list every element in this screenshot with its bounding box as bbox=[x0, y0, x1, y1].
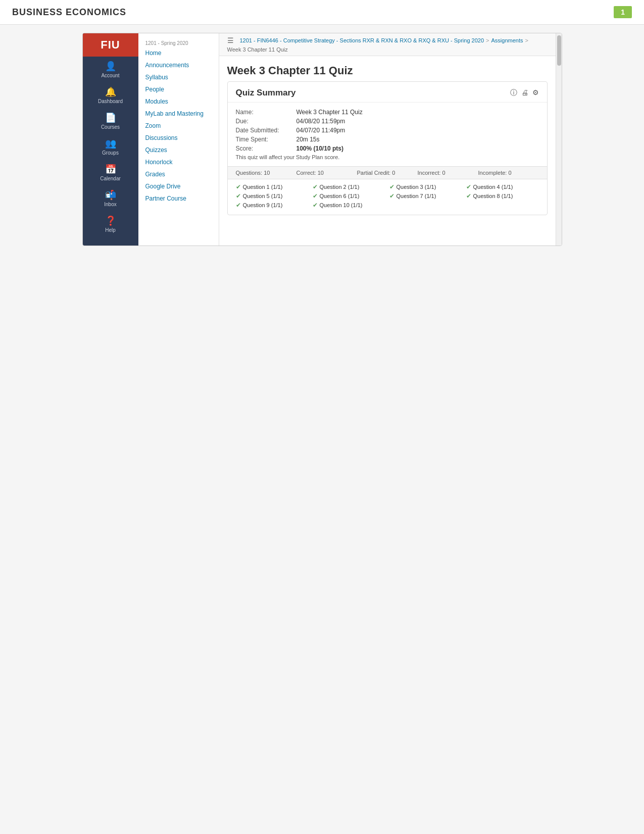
question-item-1: ✔ Question 1 (1/1) bbox=[236, 183, 309, 190]
sidebar-label-groups: Groups bbox=[102, 150, 119, 156]
check-icon-6: ✔ bbox=[313, 192, 318, 200]
stat-incorrect: Incorrect: 0 bbox=[418, 170, 478, 176]
time-value: 20m 15s bbox=[296, 136, 320, 143]
account-icon: 👤 bbox=[105, 61, 116, 72]
nav-partnercourse[interactable]: Partner Course bbox=[138, 192, 219, 205]
breadcrumb-sep2: > bbox=[525, 37, 528, 43]
question-label-2[interactable]: Question 2 (1/1) bbox=[320, 184, 360, 190]
hamburger-icon[interactable]: ☰ bbox=[227, 36, 234, 44]
question-label-4[interactable]: Question 4 (1/1) bbox=[473, 184, 513, 190]
detail-due: Due: 04/08/20 11:59pm bbox=[236, 118, 539, 125]
breadcrumb-current: Week 3 Chapter 11 Quiz bbox=[227, 46, 288, 53]
quiz-summary-box: Quiz Summary ⓘ 🖨 ⚙ Name: Week 3 Ch bbox=[227, 81, 548, 215]
question-item-7: ✔ Question 7 (1/1) bbox=[389, 192, 462, 200]
sidebar-item-calendar[interactable]: 📅 Calendar bbox=[83, 160, 138, 185]
question-label-8[interactable]: Question 8 (1/1) bbox=[473, 193, 513, 199]
breadcrumb: ☰ 1201 - FIN6446 - Competitive Strategy … bbox=[219, 33, 556, 56]
notification-badge: 1 bbox=[614, 6, 632, 18]
dashboard-icon: 🔔 bbox=[105, 86, 116, 97]
nav-grades[interactable]: Grades bbox=[138, 168, 219, 180]
question-item-10: ✔ Question 10 (1/1) bbox=[313, 202, 385, 209]
question-label-5[interactable]: Question 5 (1/1) bbox=[243, 193, 283, 199]
question-item-6: ✔ Question 6 (1/1) bbox=[313, 192, 385, 200]
question-item-4: ✔ Question 4 (1/1) bbox=[466, 183, 539, 190]
detail-score: Score: 100% (10/10 pts) bbox=[236, 145, 539, 152]
nav-quizzes[interactable]: Quizzes bbox=[138, 144, 219, 156]
question-item-2: ✔ Question 2 (1/1) bbox=[313, 183, 385, 190]
question-label-6[interactable]: Question 6 (1/1) bbox=[320, 193, 360, 199]
question-label-9[interactable]: Question 9 (1/1) bbox=[243, 202, 283, 208]
stat-incomplete: Incomplete: 0 bbox=[478, 170, 539, 176]
study-plan-note: This quiz will affect your Study Plan sc… bbox=[236, 154, 539, 160]
sidebar-label-courses: Courses bbox=[101, 124, 120, 130]
page-title-main: BUSINESS ECONOMICS bbox=[12, 7, 126, 18]
sidebar-label-inbox: Inbox bbox=[104, 202, 116, 207]
nav-announcements[interactable]: Announcements bbox=[138, 59, 219, 71]
sidebar-item-dashboard[interactable]: 🔔 Dashboard bbox=[83, 82, 138, 108]
print-icon[interactable]: 🖨 bbox=[521, 88, 528, 97]
name-label: Name: bbox=[236, 109, 296, 116]
nav-syllabus[interactable]: Syllabus bbox=[138, 71, 219, 83]
score-label: Score: bbox=[236, 145, 296, 152]
settings-icon[interactable]: ⚙ bbox=[532, 88, 539, 97]
question-label-1[interactable]: Question 1 (1/1) bbox=[243, 184, 283, 190]
stat-correct: Correct: 10 bbox=[296, 170, 357, 176]
question-item-9: ✔ Question 9 (1/1) bbox=[236, 202, 309, 209]
questions-body: ✔ Question 1 (1/1) ✔ Question 2 (1/1) ✔ … bbox=[228, 179, 547, 215]
nav-honorlock[interactable]: Honorlock bbox=[138, 156, 219, 168]
question-label-3[interactable]: Question 3 (1/1) bbox=[397, 184, 436, 190]
quiz-page-title: Week 3 Chapter 11 Quiz bbox=[219, 56, 556, 81]
question-label-10[interactable]: Question 10 (1/1) bbox=[320, 202, 363, 208]
quiz-summary-title: Quiz Summary bbox=[236, 88, 296, 98]
sidebar-item-groups[interactable]: 👥 Groups bbox=[83, 134, 138, 160]
breadcrumb-course[interactable]: 1201 - FIN6446 - Competitive Strategy - … bbox=[240, 37, 484, 43]
scrollbar-thumb[interactable] bbox=[557, 35, 561, 66]
nav-zoom[interactable]: Zoom bbox=[138, 120, 219, 132]
nav-discussions[interactable]: Discussions bbox=[138, 132, 219, 144]
course-label: 1201 - Spring 2020 bbox=[138, 37, 219, 47]
check-icon-5: ✔ bbox=[236, 192, 241, 200]
nav-people[interactable]: People bbox=[138, 83, 219, 95]
sidebar: FIU 👤 Account 🔔 Dashboard 📄 Courses 👥 Gr… bbox=[83, 33, 138, 246]
due-label: Due: bbox=[236, 118, 296, 125]
submitted-label: Date Submitted: bbox=[236, 127, 296, 134]
content-area: 1201 - Spring 2020 Home Announcements Sy… bbox=[138, 33, 562, 246]
score-value: 100% (10/10 pts) bbox=[296, 145, 343, 152]
submitted-value: 04/07/20 11:49pm bbox=[296, 127, 345, 134]
inbox-icon: 📬 bbox=[105, 189, 116, 201]
detail-submitted: Date Submitted: 04/07/20 11:49pm bbox=[236, 127, 539, 134]
question-label-7[interactable]: Question 7 (1/1) bbox=[397, 193, 436, 199]
detail-name: Name: Week 3 Chapter 11 Quiz bbox=[236, 109, 539, 116]
sidebar-label-help: Help bbox=[105, 227, 116, 233]
stat-questions: Questions: 10 bbox=[236, 170, 296, 176]
sidebar-item-inbox[interactable]: 📬 Inbox bbox=[83, 185, 138, 211]
sidebar-label-account: Account bbox=[101, 73, 119, 78]
check-icon-4: ✔ bbox=[466, 183, 471, 190]
canvas-box: FIU 👤 Account 🔔 Dashboard 📄 Courses 👥 Gr… bbox=[82, 33, 562, 246]
sidebar-item-courses[interactable]: 📄 Courses bbox=[83, 108, 138, 134]
sidebar-item-help[interactable]: ❓ Help bbox=[83, 211, 138, 237]
breadcrumb-assignments[interactable]: Assignments bbox=[491, 37, 523, 43]
nav-mylab[interactable]: MyLab and Mastering bbox=[138, 108, 219, 120]
nav-modules[interactable]: Modules bbox=[138, 95, 219, 108]
nav-googledrive[interactable]: Google Drive bbox=[138, 180, 219, 192]
breadcrumb-sep1: > bbox=[486, 37, 489, 43]
due-value: 04/08/20 11:59pm bbox=[296, 118, 345, 125]
question-item-8: ✔ Question 8 (1/1) bbox=[466, 192, 539, 200]
check-icon-3: ✔ bbox=[389, 183, 394, 190]
check-icon-2: ✔ bbox=[313, 183, 318, 190]
question-item-3: ✔ Question 3 (1/1) bbox=[389, 183, 462, 190]
left-nav: 1201 - Spring 2020 Home Announcements Sy… bbox=[138, 33, 219, 246]
questions-stats-header: Questions: 10 Correct: 10 Partial Credit… bbox=[228, 166, 547, 179]
sidebar-item-account[interactable]: 👤 Account bbox=[83, 57, 138, 82]
info-icon[interactable]: ⓘ bbox=[510, 88, 517, 97]
header-icons: ⓘ 🖨 ⚙ bbox=[510, 88, 539, 97]
name-value: Week 3 Chapter 11 Quiz bbox=[296, 109, 363, 116]
detail-time: Time Spent: 20m 15s bbox=[236, 136, 539, 143]
courses-icon: 📄 bbox=[105, 112, 116, 123]
groups-icon: 👥 bbox=[105, 138, 116, 149]
scrollbar[interactable] bbox=[556, 33, 562, 246]
stat-partial: Partial Credit: 0 bbox=[357, 170, 418, 176]
nav-home[interactable]: Home bbox=[138, 47, 219, 59]
quiz-summary-header: Quiz Summary ⓘ 🖨 ⚙ bbox=[228, 82, 547, 103]
